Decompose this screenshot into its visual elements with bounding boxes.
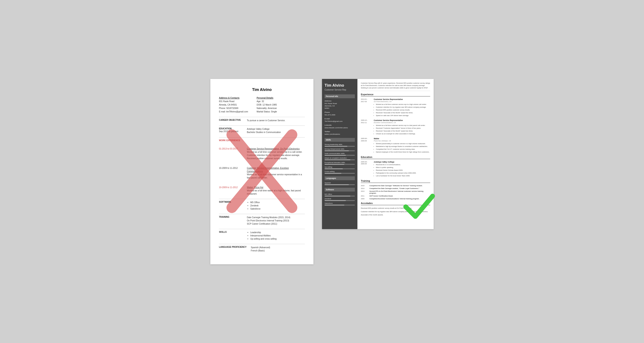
exp-details-2: Customer Service Representative Excelsio… (374, 119, 430, 135)
skill-row-2: Strong interpersonal skills. (324, 148, 355, 151)
skill-bar-fill-2 (324, 150, 349, 151)
good-training-title: Training (361, 180, 430, 183)
skill-bar-fill-7 (324, 173, 341, 174)
software-bar-bg-2 (324, 200, 355, 201)
bad-work-date1: 01-2013 to 03-2017 (219, 147, 242, 160)
bad-divider1 (219, 117, 305, 117)
bad-personal-dob: DOB: 12 March 1985 (257, 103, 277, 107)
exp-details-3: Waiter Pizza Hut, Antelope, CA Worked pa… (374, 137, 430, 154)
bad-resume-title: Tim Alvino (219, 87, 305, 92)
skill-row-7: Cross-selling (324, 171, 355, 174)
bad-work-entry1: 01-2013 to 03-2017 Customer Service Repr… (219, 147, 305, 160)
training-entry-2: 2014 Completed the Dale Carnegie module,… (361, 187, 430, 189)
bad-personal-nat: Nationality: American (257, 107, 277, 110)
sidebar-linkedin-label: LinkedIn (324, 124, 355, 126)
accolade-2: Customer retention for my regulars was 3… (361, 210, 430, 213)
exp-company-3: Pizza Hut, Antelope, CA (374, 140, 430, 142)
training-entry-1: 2015 Completed the Dale Carnegie "Attitu… (361, 185, 430, 187)
training-year-3: 2013 (361, 190, 367, 194)
bad-work-title3: Waiter, Pizza Hut (247, 186, 263, 189)
sidebar-email-value: TimTAlvino@gmail.com (324, 120, 355, 122)
sidebar-address-label: Address (324, 100, 355, 102)
skill-name-6: Up-selling (324, 166, 355, 168)
bad-edu-content: Antelope Valley CollegeBachelor Studies … (247, 127, 281, 134)
good-edu-title: Education (361, 156, 430, 159)
exp-company-1: On Point Electronics, CA (374, 101, 430, 102)
bad-work-exp: WORK EXPERIENCE 01-2013 to 03-2017 Custo… (219, 139, 305, 195)
sidebar-personal-info-title: Personal Info (324, 94, 355, 98)
software-bar-bg-1 (324, 196, 355, 197)
sidebar-skills-title: Skills (324, 138, 355, 142)
bad-lang-content: Spanish (Advanced)French (Basic) (251, 246, 270, 252)
skill-bar-fill-6 (324, 168, 343, 169)
bad-career-objective: CAREER OBJECTIVE To pursue a career in C… (219, 119, 305, 122)
exp-date-2: 2009-10 -2012-11 (361, 119, 372, 135)
bad-address-block: Address & Contacts 831 Rasle Road Almeda… (219, 96, 305, 113)
exp-job-title-1: Customer Service Representative (374, 98, 430, 100)
good-sidebar: Tim Alvino Customer Service Rep Personal… (322, 79, 358, 229)
software-bar-fill-1 (324, 196, 350, 197)
exp-job-title-2: Customer Service Representative (374, 119, 430, 121)
exp-entry-1: 2013-01 -2017-03 Customer Service Repres… (361, 98, 430, 117)
bad-software: SOFTWARE MS Office Zendesk Salesforce (219, 201, 305, 210)
bad-personal-age: Age: 32 (257, 100, 277, 103)
training-text-2: Completed the Dale Carnegie module, "Cre… (370, 187, 430, 189)
skill-bar-bg-7 (324, 173, 355, 174)
bad-language: LANGUAGE PROFICIENCY Spanish (Advanced)F… (219, 246, 305, 252)
skill-name-1: Strong leadership skills. (324, 143, 355, 145)
bad-training-content: Dale Carnegie Training Modules (2015, 20… (247, 216, 290, 225)
good-accolades-title: Accolades (361, 202, 430, 205)
bad-edu-date: Sep 2015 to present (219, 130, 242, 133)
exp-entry-2: 2009-10 -2012-11 Customer Service Repres… (361, 119, 430, 135)
bad-work-date2: 10-2009 to 11-2012 (219, 166, 242, 179)
training-year-4: 2011 (361, 195, 367, 197)
skill-name-3: Solid communication skills. (324, 153, 355, 154)
skill-row-6: Up-selling (324, 166, 355, 169)
sidebar-address-value: 831 Rasle RoadAlameda, CA94501 (324, 102, 355, 110)
software-name-2: Zendesk (324, 198, 355, 200)
lang-bar-bg-1 (324, 184, 355, 185)
bad-education: EDUCATION Sep 2015 to present Antelope V… (219, 127, 305, 134)
sidebar-software-title: Software (324, 188, 355, 192)
training-text-4: SCP Career Certification Exam (370, 195, 430, 197)
lang-name-1: Spanish (324, 182, 355, 184)
bad-divider2 (219, 125, 305, 126)
skill-bar-bg-6 (324, 168, 355, 169)
sidebar-twitter-label: Twitter (324, 131, 355, 133)
sidebar-phone-value: 501-873-2669 (324, 114, 355, 116)
sidebar-linkedin-value: www.linkedin.com/in/tim-alvino (324, 127, 355, 129)
bad-career-content: To pursue a career in Customer Service. (247, 119, 285, 122)
training-entry-4: 2011 SCP Career Certification Exam (361, 195, 430, 197)
training-entry-5: 2009 Completed Excelsior Communications'… (361, 198, 430, 200)
skill-bar-bg-2 (324, 150, 355, 151)
exp-details-1: Customer Service Representative On Point… (374, 98, 430, 117)
bad-skills-label: SKILLS (219, 231, 242, 241)
exp-bullets-3: Worked passionately in customer service … (374, 142, 430, 153)
edu-bullets-1: Received B.A. in Communications. Minor i… (374, 163, 430, 177)
software-bar-fill-3 (324, 205, 344, 206)
bad-training-label: TRAINING (219, 216, 242, 225)
bad-software-content: MS Office Zendesk Salesforce (247, 201, 260, 210)
training-text-5: Completed Excelsior Communications' inte… (370, 198, 430, 200)
edu-entry-1: 2005-09 -2009-05 Antelope Valley College… (361, 161, 430, 177)
sidebar-email-label: E-mail (324, 118, 355, 120)
exp-job-title-3: Waiter (374, 137, 430, 140)
skill-name-4: Adept at complaint resolution. (324, 157, 355, 159)
good-resume: Tim Alvino Customer Service Rep Personal… (322, 79, 434, 229)
bad-lang-label: LANGUAGE PROFICIENCY (219, 246, 246, 252)
bad-work-entry2: 10-2009 to 11-2012 Customer Service Repr… (219, 166, 305, 179)
bad-address-line4: E-mail: timTAlvino@gmail.com (219, 110, 248, 113)
skill-bar-fill-4 (324, 159, 350, 160)
bad-personal-label: Personal Details (257, 96, 277, 100)
training-entry-3: 2013 Scored 97% in On Point Electronics'… (361, 190, 430, 194)
bad-skills: SKILLS Leadership Interpersonal Abilitie… (219, 231, 305, 241)
exp-date-1: 2013-01 -2017-03 (361, 98, 372, 117)
software-row-3: Salesforce (324, 202, 355, 206)
software-bar-fill-2 (324, 200, 346, 201)
skill-name-2: Strong interpersonal skills. (324, 148, 355, 150)
training-text-1: Completed the Dale Carnegie "Attitudes f… (370, 185, 430, 187)
good-summary: Customer Service Rep with 8+ years exper… (361, 82, 430, 91)
good-name: Tim Alvino (324, 83, 355, 88)
software-name-1: MS Office (324, 193, 355, 195)
skill-row-3: Solid communication skills. (324, 153, 355, 156)
